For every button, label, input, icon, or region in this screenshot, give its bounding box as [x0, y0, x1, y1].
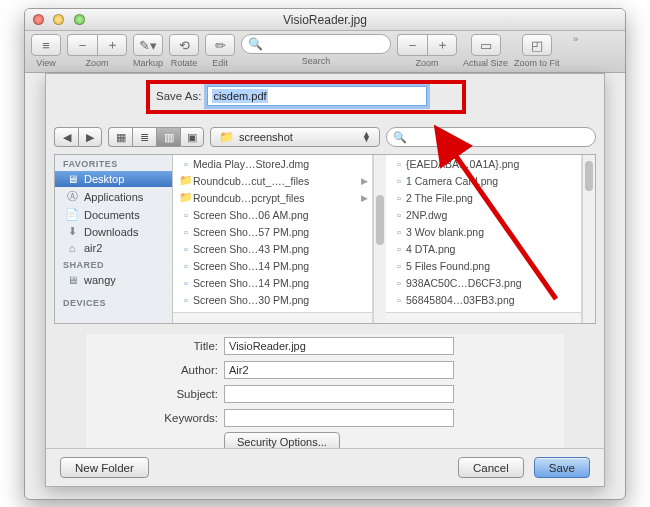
zoom-out-button-2[interactable]: − [397, 34, 427, 56]
sidebar-item-downloads[interactable]: ⬇Downloads [55, 223, 172, 240]
file-name: {EAEDABA…0A1A}.png [406, 158, 577, 170]
zoom-in-button[interactable]: ＋ [97, 34, 127, 56]
rotate-button[interactable]: ⟲ [169, 34, 199, 56]
minimize-window-button[interactable] [53, 14, 64, 25]
file-row[interactable]: ▫56845804…03FB3.png [386, 291, 581, 308]
file-row[interactable]: ▫5 Files Found.png [386, 257, 581, 274]
file-row[interactable]: ▫938AC50C…D6CF3.png [386, 274, 581, 291]
file-name: Screen Sho…14 PM.png [193, 277, 368, 289]
sidebar-item-label: Documents [84, 209, 140, 221]
chevron-right-icon: ▶ [361, 176, 368, 186]
sidebar-item-applications[interactable]: ⒶApplications [55, 187, 172, 206]
toolbar-overflow-button[interactable]: » [566, 34, 586, 44]
file-row[interactable]: ▫{EAEDABA…0A1A}.png [386, 155, 581, 172]
file-name: Roundcub…cut_…._files [193, 175, 357, 187]
view-coverflow-mode[interactable]: ▣ [180, 127, 204, 147]
file-icon: ▫ [392, 294, 406, 306]
file-icon: ▫ [179, 209, 193, 221]
file-icon: ▫ [392, 243, 406, 255]
close-window-button[interactable] [33, 14, 44, 25]
sidebar-item-air2[interactable]: ⌂air2 [55, 240, 172, 256]
save-as-row: Save As: cisdem.pdf [156, 86, 427, 106]
metadata-panel: Title: VisioReader.jpg Author: Air2 Subj… [86, 334, 564, 460]
save-dialog-window: VisioReader.jpg ≡ View − ＋ Zoom ✎▾ Marku… [24, 8, 626, 500]
toolbar-view-label: View [36, 58, 55, 68]
file-column-1: ▫Media Play…StoreJ.dmg📁Roundcub…cut_…._f… [173, 155, 373, 323]
file-row[interactable]: ▫2NP.dwg [386, 206, 581, 223]
sidebar-icon: Ⓐ [65, 189, 79, 204]
file-name: 938AC50C…D6CF3.png [406, 277, 577, 289]
file-row[interactable]: ▫2 The File.png [386, 189, 581, 206]
sidebar-item-documents[interactable]: 📄Documents [55, 206, 172, 223]
sidebar-shared-head: SHARED [55, 256, 172, 272]
file-row[interactable]: ▫Screen Sho…06 AM.png [173, 206, 372, 223]
column-resize-handle[interactable] [173, 312, 372, 323]
file-icon: ▫ [392, 158, 406, 170]
toolbar-search-field[interactable]: 🔍 [241, 34, 391, 54]
search-icon: 🔍 [248, 37, 263, 51]
keywords-field[interactable] [224, 409, 454, 427]
file-icon: ▫ [179, 294, 193, 306]
file-name: Media Play…StoreJ.dmg [193, 158, 368, 170]
sidebar: FAVORITES 🖥DesktopⒶApplications📄Document… [55, 155, 173, 323]
browser-search-field[interactable]: 🔍 [386, 127, 596, 147]
zoom-to-fit-button[interactable]: ◰ [522, 34, 552, 56]
toolbar-zoom-label: Zoom [85, 58, 108, 68]
sidebar-favorites-head: FAVORITES [55, 155, 172, 171]
zoom-window-button[interactable] [74, 14, 85, 25]
save-button[interactable]: Save [534, 457, 590, 478]
chevron-right-icon: ▶ [361, 193, 368, 203]
file-icon: ▫ [392, 192, 406, 204]
markup-button[interactable]: ✎▾ [133, 34, 163, 56]
file-name: Screen Sho…06 AM.png [193, 209, 368, 221]
sidebar-shared-wangy[interactable]: 🖥wangy [55, 272, 172, 288]
file-row[interactable]: 📁Roundcub…cut_…._files▶ [173, 172, 372, 189]
file-row[interactable]: ▫Screen Sho…30 PM.png [173, 291, 372, 308]
sidebar-item-label: Applications [84, 191, 143, 203]
file-row[interactable]: ▫Screen Sho…14 PM.png [173, 274, 372, 291]
zoom-out-button[interactable]: − [67, 34, 97, 56]
file-icon: ▫ [392, 175, 406, 187]
file-row[interactable]: 📁Roundcub…pcrypt_files▶ [173, 189, 372, 206]
file-browser: FAVORITES 🖥DesktopⒶApplications📄Document… [54, 154, 596, 324]
file-row[interactable]: ▫Screen Sho…57 PM.png [173, 223, 372, 240]
folder-icon: 📁 [219, 130, 234, 144]
title-field[interactable]: VisioReader.jpg [224, 337, 454, 355]
column-1-scrollbar[interactable] [373, 155, 386, 323]
file-row[interactable]: ▫Screen Sho…14 PM.png [173, 257, 372, 274]
title-value: VisioReader.jpg [229, 340, 306, 352]
file-name: Screen Sho…43 PM.png [193, 243, 368, 255]
main-toolbar: ≡ View − ＋ Zoom ✎▾ Markup ⟲ Rotate ✏ [25, 31, 625, 73]
author-field[interactable]: Air2 [224, 361, 454, 379]
new-folder-button[interactable]: New Folder [60, 457, 149, 478]
sidebar-item-label: Desktop [84, 173, 124, 185]
zoom-in-button-2[interactable]: ＋ [427, 34, 457, 56]
edit-button[interactable]: ✏ [205, 34, 235, 56]
dialog-footer: New Folder Cancel Save [46, 448, 604, 486]
file-row[interactable]: ▫4 DTA.png [386, 240, 581, 257]
subject-field[interactable] [224, 385, 454, 403]
folder-path-popup[interactable]: 📁 screenshot ▲▼ [210, 127, 380, 147]
column-resize-handle[interactable] [386, 312, 581, 323]
column-2-scrollbar[interactable] [582, 155, 595, 323]
file-row[interactable]: ▫Screen Sho…43 PM.png [173, 240, 372, 257]
file-row[interactable]: ▫3 Wov blank.png [386, 223, 581, 240]
sidebar-icon: 🖥 [65, 173, 79, 185]
file-name: Roundcub…pcrypt_files [193, 192, 357, 204]
window-titlebar: VisioReader.jpg [25, 9, 625, 31]
back-button[interactable]: ◀ [54, 127, 78, 147]
save-as-filename-field[interactable]: cisdem.pdf [207, 86, 427, 106]
forward-button[interactable]: ▶ [78, 127, 102, 147]
sidebar-item-desktop[interactable]: 🖥Desktop [55, 171, 172, 187]
file-row[interactable]: ▫1 Camera Card.png [386, 172, 581, 189]
view-toggle-button[interactable]: ≡ [31, 34, 61, 56]
view-icon-mode[interactable]: ▦ [108, 127, 132, 147]
view-list-mode[interactable]: ≣ [132, 127, 156, 147]
file-row[interactable]: ▫Media Play…StoreJ.dmg [173, 155, 372, 172]
browser-nav-row: ◀ ▶ ▦ ≣ ▥ ▣ 📁 screenshot ▲▼ 🔍 [54, 124, 596, 150]
popup-arrows-icon: ▲▼ [362, 132, 371, 142]
actual-size-button[interactable]: ▭ [471, 34, 501, 56]
cancel-button[interactable]: Cancel [458, 457, 524, 478]
view-column-mode[interactable]: ▥ [156, 127, 180, 147]
file-name: 2NP.dwg [406, 209, 577, 221]
